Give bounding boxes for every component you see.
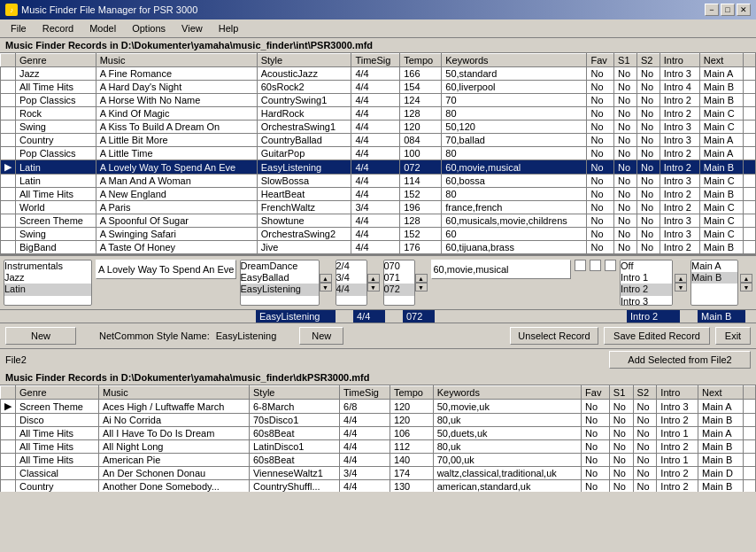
col-genre-top: Genre: [16, 54, 96, 67]
table-row[interactable]: Rock A Kind Of Magic HardRock 4/4 128 80…: [1, 107, 756, 121]
add-selected-from-file2-button[interactable]: Add Selected from File2: [609, 351, 751, 369]
menu-model[interactable]: Model: [82, 21, 123, 35]
menu-record[interactable]: Record: [35, 21, 81, 35]
cell-s1: No: [609, 427, 633, 440]
row-arrow: [1, 228, 16, 241]
cell-fav: No: [582, 414, 610, 427]
unselect-record-button[interactable]: Unselect Record: [510, 327, 598, 345]
netcommon-label: NetCommon Style Name: EasyListening: [99, 330, 276, 341]
main-down-btn[interactable]: ▼: [740, 283, 752, 292]
col-arrow-top: [1, 54, 16, 67]
table-row[interactable]: Screen Theme A Spoonful Of Sugar Showtun…: [1, 214, 756, 228]
tempo-down-btn[interactable]: ▼: [415, 283, 428, 292]
main-up-btn[interactable]: ▲: [740, 274, 752, 283]
cell-genre: Swing: [16, 121, 96, 134]
menu-file[interactable]: File: [4, 21, 34, 35]
cell-tempo: 128: [400, 107, 442, 121]
menu-bar: File Record Model Options View Help: [0, 19, 756, 38]
maximize-button[interactable]: □: [721, 4, 735, 16]
timesig-up-btn[interactable]: ▲: [367, 274, 380, 283]
col-scroll-bottom: [744, 386, 756, 400]
table-row[interactable]: Pop Classics A Little Time GuitarPop 4/4…: [1, 147, 756, 160]
keywords-input[interactable]: [431, 260, 572, 279]
cell-fav: No: [587, 201, 614, 214]
timesig-select[interactable]: 2/4 3/4 4/4: [336, 260, 367, 306]
col-timesig-top: TimeSig: [351, 54, 400, 67]
intro-up-btn[interactable]: ▲: [675, 274, 687, 283]
table-row[interactable]: ▶ Screen Theme Aces High / Luftwaffe Mar…: [1, 400, 756, 414]
cell-genre: Screen Theme: [16, 214, 96, 228]
table-row[interactable]: All Time Hits All Night Long LatinDisco1…: [1, 440, 756, 454]
cell-next: Main B: [698, 454, 744, 467]
cell-tempo: 112: [390, 440, 433, 454]
table-row[interactable]: Latin A Man And A Woman SlowBossa 4/4 11…: [1, 175, 756, 188]
table-row[interactable]: All Time Hits All I Have To Do Is Dream …: [1, 427, 756, 440]
style-down-btn[interactable]: ▼: [320, 283, 332, 292]
cell-s1: No: [614, 201, 637, 214]
file2-label: File2: [5, 354, 27, 365]
cell-intro: Intro 2: [660, 107, 699, 121]
cell-s1: No: [614, 241, 637, 254]
cell-fav: No: [582, 467, 610, 480]
cell-intro: Intro 2: [657, 414, 698, 427]
save-edited-record-button[interactable]: Save Edited Record: [604, 327, 710, 345]
menu-options[interactable]: Options: [125, 21, 173, 35]
table-row[interactable]: BigBand A Taste Of Honey Jive 4/4 176 60…: [1, 241, 756, 254]
cell-spacer: [744, 134, 756, 147]
cell-s1: No: [614, 175, 637, 188]
table-row[interactable]: ▶ Latin A Lovely Way To Spend An Eve Eas…: [1, 160, 756, 175]
style-select[interactable]: DreamDance EasyBallad EasyListening: [240, 260, 320, 306]
timesig-down-btn[interactable]: ▼: [367, 283, 380, 292]
table-row[interactable]: All Time Hits American Pie 60s8Beat 4/4 …: [1, 454, 756, 467]
table-row[interactable]: Swing A Kiss To Build A Dream On Orchest…: [1, 121, 756, 134]
cell-intro: Intro 1: [657, 454, 698, 467]
style-up-btn[interactable]: ▲: [320, 274, 332, 283]
genre-select[interactable]: Instrumentals Jazz Latin: [4, 260, 92, 306]
row-arrow: [1, 81, 16, 94]
bottom-table: Genre Music Style TimeSig Tempo Keywords…: [0, 385, 756, 492]
table-row[interactable]: Country Another Done Somebody... Country…: [1, 480, 756, 493]
cell-genre: World: [16, 201, 96, 214]
table-row[interactable]: Jazz A Fine Romance AcousticJazz 4/4 166…: [1, 67, 756, 81]
cell-music: Ai No Corrida: [99, 414, 250, 427]
table-row[interactable]: All Time Hits A New England HeartBeat 4/…: [1, 188, 756, 201]
s1-checkbox[interactable]: [590, 260, 601, 271]
table-row[interactable]: Disco Ai No Corrida 70sDisco1 4/4 120 80…: [1, 414, 756, 427]
cell-style: Showtune: [257, 214, 351, 228]
fav-checkbox[interactable]: [575, 260, 586, 271]
tempo-up-btn[interactable]: ▲: [415, 274, 428, 283]
cell-spacer: [744, 160, 756, 175]
menu-view[interactable]: View: [174, 21, 210, 35]
main-select[interactable]: Main A Main B: [690, 260, 738, 306]
close-button[interactable]: ✕: [737, 4, 751, 16]
top-section-header: Music Finder Records in D:\Dokumenter\ya…: [0, 38, 756, 53]
exit-button[interactable]: Exit: [715, 327, 751, 345]
table-row[interactable]: Country A Little Bit More CountryBallad …: [1, 134, 756, 147]
cell-tempo: 114: [400, 175, 442, 188]
cell-s1: No: [609, 480, 633, 493]
table-row[interactable]: World A Paris FrenchWaltz 3/4 196 france…: [1, 201, 756, 214]
timesig-edit-col: 2/4 3/4 4/4 ▲ ▼: [336, 260, 380, 306]
row-arrow: [1, 175, 16, 188]
music-input[interactable]: [96, 260, 236, 279]
cell-fav: No: [582, 454, 610, 467]
cell-tempo: 120: [400, 121, 442, 134]
intro-down-btn[interactable]: ▼: [675, 283, 687, 292]
row-arrow: [1, 454, 16, 467]
new-right-button[interactable]: New: [299, 327, 343, 345]
table-row[interactable]: Classical An Der Schonen Donau VienneseW…: [1, 467, 756, 480]
cell-keywords: waltz,classical,traditional,uk: [433, 467, 581, 480]
intro-select[interactable]: Off Intro 1 Intro 2 Intro 3: [620, 260, 673, 306]
table-row[interactable]: All Time Hits A Hard Day's Night 60sRock…: [1, 81, 756, 94]
table-row[interactable]: Pop Classics A Horse With No Name Countr…: [1, 94, 756, 107]
cell-style: CountrySwing1: [257, 94, 351, 107]
col-next-bottom: Next: [698, 386, 744, 400]
table-row[interactable]: Swing A Swinging Safari OrchestraSwing2 …: [1, 228, 756, 241]
tempo-select[interactable]: 070 071 072: [383, 260, 415, 306]
s2-checkbox[interactable]: [605, 260, 616, 271]
col-intro-top: Intro: [660, 54, 699, 67]
new-left-button[interactable]: New: [5, 327, 76, 345]
menu-help[interactable]: Help: [212, 21, 246, 35]
minimize-button[interactable]: −: [705, 4, 719, 16]
cell-next: Main B: [699, 188, 743, 201]
